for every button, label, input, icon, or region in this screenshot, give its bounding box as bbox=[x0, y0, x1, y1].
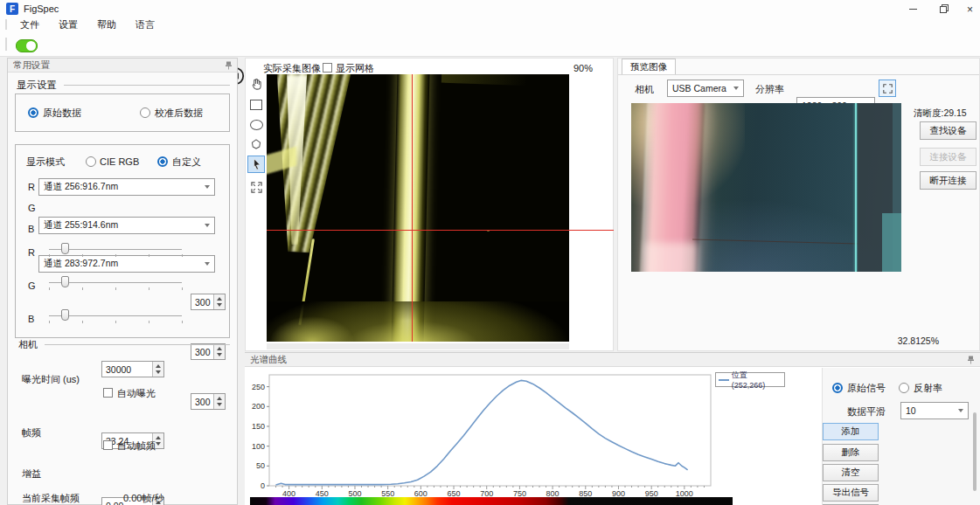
preview-scale-value: 32.8125% bbox=[885, 335, 939, 347]
svg-text:100: 100 bbox=[252, 442, 265, 451]
slider-r-thumb[interactable] bbox=[61, 243, 69, 254]
svg-text:200: 200 bbox=[252, 402, 265, 411]
menu-item-settings[interactable]: 设置 bbox=[49, 18, 87, 31]
channel-g-label: G bbox=[28, 202, 36, 214]
spin-arrows[interactable] bbox=[213, 394, 225, 409]
pin-icon[interactable] bbox=[225, 61, 233, 70]
show-grid-label[interactable]: 显示网格 bbox=[336, 62, 374, 74]
display-mode-label: 显示模式 bbox=[26, 156, 65, 168]
expand-icon bbox=[883, 84, 893, 93]
slider-b-label: B bbox=[28, 313, 34, 325]
slider-b-spinbox[interactable]: 300 bbox=[191, 393, 226, 410]
slider-b-ticks bbox=[49, 321, 183, 323]
chevron-down-icon bbox=[733, 86, 739, 90]
add-button[interactable]: 添加 bbox=[823, 423, 879, 440]
preview-fullscreen-button[interactable] bbox=[879, 80, 896, 97]
auto-exposure-label[interactable]: 自动曝光 bbox=[117, 387, 156, 399]
svg-text:1000: 1000 bbox=[676, 489, 693, 498]
channel-g-combo[interactable]: 通道 255:914.6nm bbox=[38, 217, 215, 234]
spin-arrows[interactable] bbox=[152, 362, 163, 377]
slider-b-thumb[interactable] bbox=[61, 309, 69, 321]
restore-button[interactable] bbox=[930, 0, 958, 17]
captured-image[interactable] bbox=[267, 74, 569, 342]
close-button[interactable]: × bbox=[960, 1, 980, 17]
auto-exposure-checkbox[interactable] bbox=[103, 388, 113, 398]
custom-mode-radio[interactable] bbox=[157, 156, 168, 167]
slider-g-spinbox[interactable]: 300 bbox=[191, 343, 226, 360]
window-title: FigSpec bbox=[24, 3, 59, 15]
title-bar: F FigSpec × bbox=[0, 0, 980, 17]
calibrated-data-radio[interactable] bbox=[140, 107, 150, 118]
gain-label: 增益 bbox=[22, 467, 41, 480]
pin-icon[interactable] bbox=[967, 356, 975, 364]
menu-item-language[interactable]: 语言 bbox=[126, 18, 164, 31]
polygon-tool-icon[interactable] bbox=[247, 135, 265, 153]
minimize-button[interactable] bbox=[899, 0, 927, 17]
slider-g-thumb[interactable] bbox=[61, 276, 69, 287]
slider-r-label: R bbox=[28, 246, 35, 259]
auto-fps-checkbox[interactable] bbox=[103, 440, 113, 450]
restore-icon bbox=[940, 4, 949, 13]
spin-arrows[interactable] bbox=[213, 294, 225, 309]
svg-text:0: 0 bbox=[261, 481, 265, 490]
raw-signal-label[interactable]: 原始信号 bbox=[847, 382, 886, 394]
custom-mode-label[interactable]: 自定义 bbox=[172, 156, 201, 168]
clear-button[interactable]: 清空 bbox=[823, 464, 879, 481]
chevron-down-icon bbox=[205, 224, 210, 227]
legend-line-sample bbox=[719, 379, 729, 381]
menu-item-help[interactable]: 帮助 bbox=[87, 18, 126, 31]
chart-legend: 位置 (252,266) bbox=[715, 372, 785, 387]
capture-panel: 实际采集图像 显示网格 90% bbox=[245, 58, 614, 351]
camera-select[interactable]: USB Camera bbox=[667, 80, 744, 97]
menu-bar: 文件 设置 帮助 语言 bbox=[0, 17, 980, 31]
fit-view-icon[interactable] bbox=[247, 178, 265, 196]
tab-preview-image[interactable]: 预览图像 bbox=[622, 59, 676, 74]
menu-item-file[interactable]: 文件 bbox=[10, 18, 49, 31]
application-window: F FigSpec × 文件 设置 帮助 语言 bbox=[0, 0, 980, 505]
channel-r-combo[interactable]: 通道 256:916.7nm bbox=[38, 178, 215, 196]
svg-text:950: 950 bbox=[645, 489, 658, 498]
exposure-spinbox[interactable]: 30000 bbox=[101, 361, 164, 377]
reflectance-label[interactable]: 反射率 bbox=[914, 382, 942, 394]
cie-rgb-radio[interactable] bbox=[86, 156, 96, 167]
app-logo: F bbox=[6, 3, 18, 15]
controls-scrollbar[interactable] bbox=[973, 412, 977, 491]
capture-panel-title: 实际采集图像 bbox=[263, 62, 321, 74]
auto-fps-label[interactable]: 自动帧频 bbox=[117, 439, 156, 452]
ellipse-tool-icon[interactable] bbox=[247, 116, 265, 134]
camera-select-value: USB Camera bbox=[672, 83, 726, 93]
svg-text:750: 750 bbox=[513, 489, 526, 498]
slider-r-spinbox[interactable]: 300 bbox=[191, 294, 226, 310]
find-device-button[interactable]: 查找设备 bbox=[920, 121, 977, 140]
preview-teal-patch bbox=[882, 213, 901, 272]
svg-text:700: 700 bbox=[480, 489, 493, 498]
reflectance-radio[interactable] bbox=[899, 383, 909, 393]
common-settings-title-bar: 常用设置 bbox=[8, 59, 237, 73]
capture-scroll-strip[interactable] bbox=[267, 343, 569, 349]
calibrated-data-label[interactable]: 校准后数据 bbox=[155, 107, 203, 119]
svg-text:850: 850 bbox=[579, 489, 592, 498]
spin-arrows[interactable] bbox=[213, 344, 225, 359]
raw-data-radio[interactable] bbox=[28, 107, 38, 118]
smoothing-value: 10 bbox=[906, 405, 916, 416]
svg-text:450: 450 bbox=[316, 489, 329, 498]
image-floor-glow bbox=[267, 301, 569, 342]
delete-button[interactable]: 删除 bbox=[823, 444, 879, 461]
current-fps-label: 当前采集帧频 bbox=[22, 492, 80, 504]
toolbar bbox=[0, 31, 980, 57]
toggle-on-icon[interactable] bbox=[16, 39, 38, 52]
channel-b-combo[interactable]: 通道 283:972.7nm bbox=[38, 255, 215, 273]
hand-tool-icon[interactable] bbox=[247, 75, 265, 93]
show-grid-checkbox[interactable] bbox=[323, 63, 332, 73]
cie-rgb-label[interactable]: CIE RGB bbox=[100, 156, 139, 168]
raw-data-label[interactable]: 原始数据 bbox=[43, 107, 81, 119]
disconnect-button[interactable]: 断开连接 bbox=[920, 171, 977, 190]
raw-signal-radio[interactable] bbox=[832, 383, 843, 393]
connect-device-button[interactable]: 连接设备 bbox=[920, 148, 977, 166]
clarity-value: 清晰度:29.15 bbox=[914, 107, 967, 119]
channel-b-value: 通道 283:972.7nm bbox=[44, 258, 118, 270]
arrow-tool-icon[interactable] bbox=[247, 156, 265, 173]
rectangle-tool-icon[interactable] bbox=[247, 96, 265, 114]
export-signal-button[interactable]: 导出信号 bbox=[823, 484, 879, 502]
smoothing-select[interactable]: 10 bbox=[900, 402, 969, 419]
